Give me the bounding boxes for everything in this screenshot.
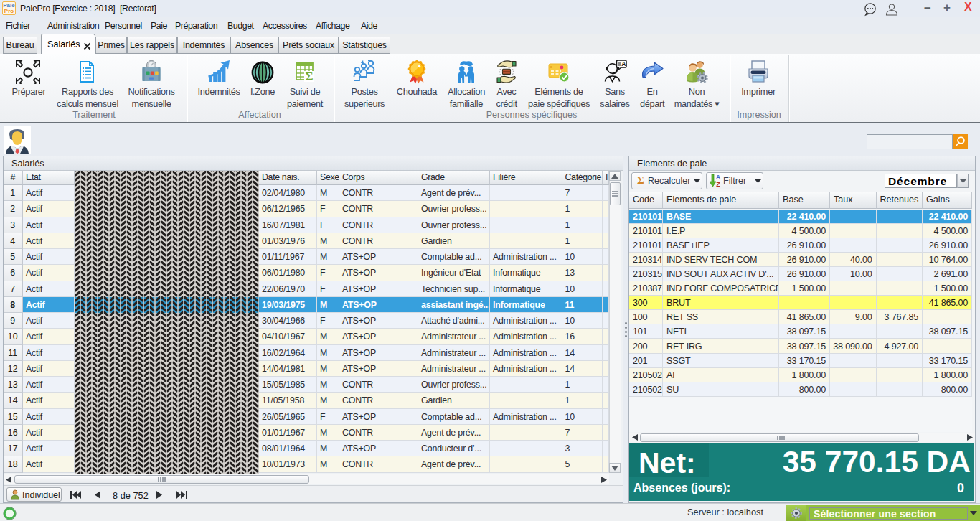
svg-text:A: A xyxy=(716,174,721,181)
svg-text:Σ: Σ xyxy=(305,70,313,83)
svg-text:A: A xyxy=(621,60,626,67)
svg-text:Z: Z xyxy=(716,181,720,187)
